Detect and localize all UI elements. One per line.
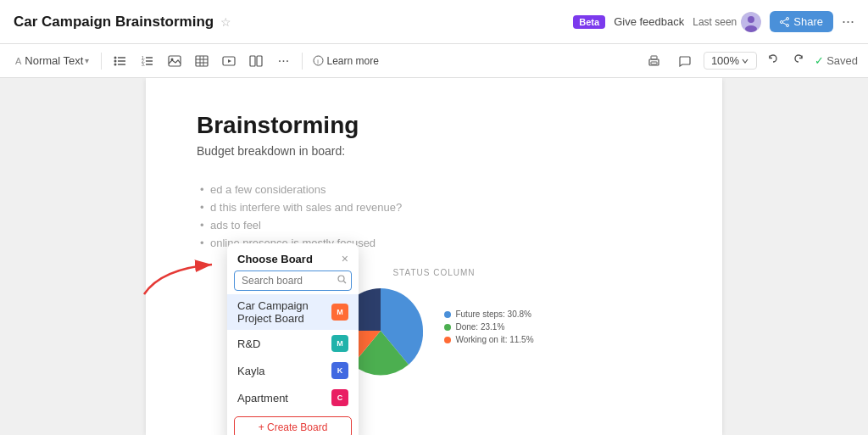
svg-line-38 — [344, 282, 347, 284]
search-icon — [337, 275, 347, 287]
main-area: Brainstorming Budget breakdown in board:… — [0, 78, 868, 435]
dialog-close-button[interactable]: × — [342, 252, 348, 265]
right-margin — [722, 78, 868, 435]
board-item-0[interactable]: Car Campaign Project Board M — [227, 294, 359, 330]
legend-item-1: Done: 23.1% — [444, 322, 533, 332]
svg-text:3.: 3. — [142, 62, 145, 67]
svg-text:i: i — [318, 59, 320, 64]
toolbar-divider-1 — [101, 53, 102, 70]
svg-point-2 — [745, 25, 757, 32]
info-icon: i — [313, 55, 324, 66]
svg-line-7 — [783, 22, 787, 24]
table-icon[interactable] — [190, 49, 214, 73]
board-item-3[interactable]: Apartment C — [227, 384, 359, 411]
more-toolbar-icon[interactable]: ··· — [271, 49, 295, 73]
topbar-left: Car Campaign Brainstorming ☆ — [14, 14, 231, 31]
svg-rect-30 — [257, 56, 262, 66]
toolbar: A Normal Text ▾ 1.2.3. ··· i Learn more … — [0, 44, 868, 78]
legend-dot-2 — [444, 337, 451, 343]
beta-badge: Beta — [573, 15, 605, 29]
numbered-list-icon[interactable]: 1.2.3. — [136, 49, 159, 73]
board-item-1[interactable]: R&D M — [227, 330, 359, 357]
topbar-right: Beta Give feedback Last seen Share ··· — [573, 11, 854, 32]
svg-rect-22 — [196, 56, 208, 66]
board-avatar-1: M — [331, 335, 348, 352]
svg-point-10 — [114, 59, 117, 62]
image-icon[interactable] — [163, 49, 186, 73]
print-icon[interactable] — [643, 49, 666, 73]
svg-rect-35 — [651, 62, 657, 64]
doc-body-content: ed a few considerations d this interfere… — [197, 183, 671, 251]
board-avatar-0: M — [331, 304, 348, 321]
undo-button[interactable] — [764, 50, 782, 71]
more-options-button[interactable]: ··· — [842, 13, 854, 31]
search-box — [234, 270, 352, 291]
search-board-input[interactable] — [234, 270, 352, 291]
left-margin — [0, 78, 146, 435]
board-item-name-0: Car Campaign Project Board — [237, 299, 331, 325]
board-item-2[interactable]: Kayla K — [227, 357, 359, 384]
svg-point-8 — [114, 56, 117, 59]
legend-dot-1 — [444, 324, 451, 331]
learn-more-link[interactable]: i Learn more — [309, 49, 381, 73]
board-avatar-3: C — [331, 389, 348, 406]
saved-status: ✓ Saved — [815, 54, 858, 67]
svg-line-6 — [783, 20, 787, 21]
create-board-button[interactable]: + Create Board — [234, 416, 352, 435]
feedback-button[interactable]: Give feedback — [614, 15, 684, 28]
board-item-name-2: Kayla — [237, 365, 331, 377]
topbar: Car Campaign Brainstorming ☆ Beta Give f… — [0, 0, 868, 44]
doc-body-item-2: d this interfere with sales and revenue? — [197, 201, 671, 214]
svg-point-12 — [114, 63, 117, 65]
doc-body-item-1: ed a few considerations — [197, 183, 671, 196]
board-list: Car Campaign Project Board M R&D M Kayla… — [227, 294, 359, 411]
comment-icon[interactable] — [673, 49, 697, 73]
avatar — [741, 12, 761, 32]
doc-title: Car Campaign Brainstorming — [14, 14, 214, 31]
columns-icon[interactable] — [244, 49, 268, 73]
star-icon[interactable]: ☆ — [220, 15, 231, 29]
svg-point-1 — [748, 16, 754, 23]
svg-point-37 — [338, 276, 344, 282]
legend-item-0: Future steps: 30.8% — [444, 310, 533, 319]
dialog-title: Choose Board — [237, 253, 313, 265]
svg-point-4 — [781, 20, 783, 23]
svg-rect-29 — [250, 56, 255, 66]
legend-dot-0 — [444, 311, 451, 318]
board-avatar-2: K — [331, 362, 348, 379]
redo-button[interactable] — [789, 50, 808, 71]
toolbar-right: 100% ✓ Saved — [643, 49, 858, 73]
svg-point-3 — [787, 17, 789, 20]
doc-body-item-3: ads to feel — [197, 219, 671, 231]
bullet-list-icon[interactable] — [108, 49, 132, 73]
share-button[interactable]: Share — [770, 11, 833, 32]
legend-item-2: Working on it: 11.5% — [444, 335, 533, 344]
svg-marker-28 — [228, 59, 231, 63]
last-seen: Last seen — [693, 12, 761, 32]
board-item-name-1: R&D — [237, 337, 331, 350]
zoom-chevron-icon — [741, 58, 749, 64]
dialog-header: Choose Board × — [227, 243, 359, 270]
doc-subtext: Budget breakdown in board: — [197, 144, 671, 158]
doc-heading: Brainstorming — [197, 112, 671, 139]
text-style-selector[interactable]: A Normal Text ▾ — [10, 52, 94, 70]
zoom-control[interactable]: 100% — [704, 52, 757, 70]
chart-legend: Future steps: 30.8% Done: 23.1% Working … — [444, 310, 533, 344]
media-icon[interactable] — [217, 49, 241, 73]
toolbar-divider-2 — [302, 53, 303, 70]
board-item-name-3: Apartment — [237, 392, 331, 404]
share-icon — [780, 17, 790, 27]
choose-board-dialog: Choose Board × Car Campaign Project Boar… — [227, 243, 359, 435]
svg-point-5 — [787, 24, 789, 26]
